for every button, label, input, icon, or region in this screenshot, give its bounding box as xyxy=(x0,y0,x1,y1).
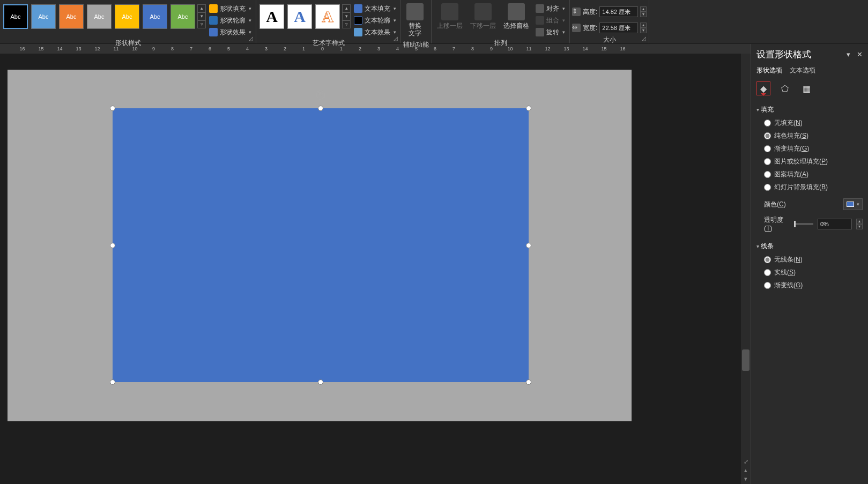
ruler-tick: 15 xyxy=(595,46,613,51)
transparency-input[interactable] xyxy=(818,219,852,229)
outline-icon xyxy=(209,16,218,25)
width-spinner[interactable]: ▴▾ xyxy=(640,23,647,33)
shape-style-gallery-spinner[interactable]: ▴▾▿ xyxy=(197,4,206,28)
selection-pane-icon xyxy=(508,3,525,20)
height-label: 高度: xyxy=(583,8,597,17)
height-icon: ⇕ xyxy=(572,8,581,16)
group-shape-styles: Abc Abc Abc Abc Abc Abc Abc ▴▾▿ 形状填充▾ 形状… xyxy=(0,0,256,43)
tab-shape-options[interactable]: 形状选项 xyxy=(756,66,782,76)
fill-options: 无填充(N) 纯色填充(S) 渐变填充(G) 图片或纹理填充(P) 图案填充(A… xyxy=(764,118,863,192)
text-effects-button[interactable]: 文本效果▾ xyxy=(352,27,398,38)
text-effect-icon xyxy=(354,28,362,36)
align-button[interactable]: 对齐▾ xyxy=(533,3,567,14)
group-wordart-styles: A A A ▴▾▿ 文本填充▾ 文本轮廓▾ 文本效果▾ 艺术字样式 ◿ xyxy=(256,0,401,43)
handle-e[interactable] xyxy=(526,243,531,248)
bucket-icon xyxy=(209,4,218,13)
send-backward-button[interactable]: 下移一层 xyxy=(467,1,499,32)
group-arrange: 上移一层 下移一层 选择窗格 对齐▾ 组合▾ 旋转▾ 排列 xyxy=(432,0,570,43)
scrollbar-thumb[interactable] xyxy=(742,349,750,371)
wordart-style-3[interactable]: A xyxy=(315,4,340,29)
selection-pane-button[interactable]: 选择窗格 xyxy=(500,1,532,32)
transparency-spinner[interactable]: ▴▾ xyxy=(856,219,863,229)
wordart-style-1[interactable]: A xyxy=(259,4,284,29)
handle-w[interactable] xyxy=(110,243,115,248)
wordart-style-2[interactable]: A xyxy=(287,4,312,29)
align-icon xyxy=(536,4,544,13)
group-label: 艺术字样式 xyxy=(258,38,398,47)
handle-se[interactable] xyxy=(526,379,531,385)
group-button[interactable]: 组合▾ xyxy=(533,15,567,26)
fill-color-button[interactable]: ▾ xyxy=(843,198,863,210)
shape-style-blue[interactable]: Abc xyxy=(31,4,56,29)
line-solid-radio[interactable]: 实线(S) xyxy=(764,268,863,277)
fill-gradient-radio[interactable]: 渐变填充(G) xyxy=(764,144,863,153)
color-chip-icon xyxy=(847,202,854,207)
shape-outline-button[interactable]: 形状轮廓▾ xyxy=(207,15,254,26)
width-label: 宽度: xyxy=(583,24,597,33)
fill-pattern-radio[interactable]: 图案填充(A) xyxy=(764,170,863,179)
height-input[interactable] xyxy=(599,6,638,17)
text-fill-button[interactable]: 文本填充▾ xyxy=(352,3,398,14)
alt-text-button[interactable]: 替换文字 xyxy=(403,1,427,39)
size-props-mode-icon[interactable]: ▦ xyxy=(799,81,813,95)
shape-style-dark[interactable]: Abc xyxy=(3,4,28,29)
rotation-handle[interactable]: ↻ xyxy=(316,90,325,100)
fill-none-radio[interactable]: 无填充(N) xyxy=(764,118,863,128)
handle-nw[interactable] xyxy=(110,106,115,111)
width-icon: ⇔ xyxy=(572,24,581,32)
rotate-button[interactable]: 旋转▾ xyxy=(533,27,567,38)
ribbon: Abc Abc Abc Abc Abc Abc Abc ▴▾▿ 形状填充▾ 形状… xyxy=(0,0,868,44)
fill-line-mode-icon[interactable]: ◆ xyxy=(756,81,770,95)
shape-style-green[interactable]: Abc xyxy=(170,4,195,29)
fill-solid-radio[interactable]: 纯色填充(S) xyxy=(764,131,863,140)
bring-forward-button[interactable]: 上移一层 xyxy=(434,1,466,32)
tab-text-options[interactable]: 文本选项 xyxy=(790,66,815,76)
section-fill-header[interactable]: 填充 xyxy=(756,105,863,114)
wordart-gallery-spinner[interactable]: ▴▾▿ xyxy=(342,4,351,28)
shape-style-gray[interactable]: Abc xyxy=(87,4,112,29)
pane-title: 设置形状格式 xyxy=(756,48,811,61)
group-icon xyxy=(536,16,544,25)
pane-close-icon[interactable]: ✕ xyxy=(857,50,863,58)
text-outline-icon xyxy=(354,16,362,25)
size-launcher[interactable]: ◿ xyxy=(640,35,648,42)
shape-style-yellow[interactable]: Abc xyxy=(115,4,139,29)
shape-fill-button[interactable]: 形状填充▾ xyxy=(207,3,254,14)
shape-effects-button[interactable]: 形状效果▾ xyxy=(207,27,254,38)
text-outline-button[interactable]: 文本轮廓▾ xyxy=(352,15,398,26)
fit-icon[interactable]: ⤢ xyxy=(742,458,750,466)
wordart-launcher[interactable]: ◿ xyxy=(392,35,399,42)
ruler-tick: 14 xyxy=(576,46,595,51)
next-slide-icon[interactable]: ▾ xyxy=(742,475,750,483)
group-size: ⇕ 高度: ▴▾ ⇔ 宽度: ▴▾ 大小 ◿ xyxy=(570,0,649,43)
format-shape-pane: 设置形状格式 ▾ ✕ 形状选项 文本选项 ◆ ⬠ ▦ 填充 无填充(N) 纯色填… xyxy=(751,44,868,484)
transparency-label: 透明度(T) xyxy=(764,215,790,232)
handle-n[interactable] xyxy=(318,106,323,111)
fill-picture-radio[interactable]: 图片或纹理填充(P) xyxy=(764,157,863,166)
handle-ne[interactable] xyxy=(526,106,531,111)
pane-options-icon[interactable]: ▾ xyxy=(847,50,850,58)
selected-rectangle-shape[interactable]: ↻ xyxy=(113,108,529,382)
section-line-header[interactable]: 线条 xyxy=(756,242,863,251)
effects-mode-icon[interactable]: ⬠ xyxy=(778,81,792,95)
shape-style-lightblue[interactable]: Abc xyxy=(143,4,167,29)
color-label: 颜色(C) xyxy=(764,200,786,209)
transparency-slider[interactable] xyxy=(794,223,813,225)
bring-forward-icon xyxy=(441,3,458,20)
handle-sw[interactable] xyxy=(110,379,115,385)
vertical-scrollbar[interactable]: ⤢ ▴ ▾ xyxy=(741,54,751,484)
line-none-radio[interactable]: 无线条(N) xyxy=(764,255,863,264)
prev-slide-icon[interactable]: ▴ xyxy=(742,467,750,474)
handle-s[interactable] xyxy=(318,379,323,385)
shape-styles-launcher[interactable]: ◿ xyxy=(247,35,255,42)
fill-slidebg-radio[interactable]: 幻灯片背景填充(B) xyxy=(764,183,863,192)
width-input[interactable] xyxy=(599,23,638,33)
slide-canvas[interactable]: ↻ xyxy=(8,70,632,421)
group-accessibility: 替换文字 辅助功能 xyxy=(401,0,432,43)
line-gradient-radio[interactable]: 渐变线(G) xyxy=(764,281,863,290)
height-spinner[interactable]: ▴▾ xyxy=(640,6,647,17)
rotate-icon xyxy=(536,28,544,36)
shape-style-orange[interactable]: Abc xyxy=(59,4,84,29)
effect-icon xyxy=(209,28,218,36)
group-label: 排列 xyxy=(434,38,567,47)
